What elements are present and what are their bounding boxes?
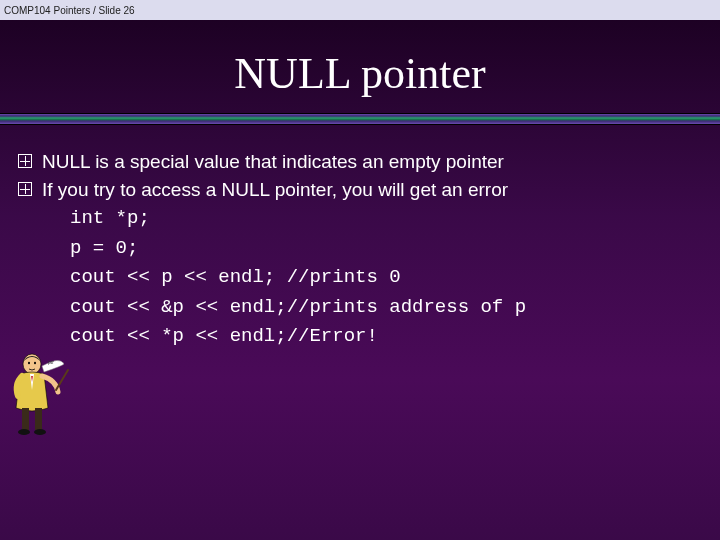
divider-rule bbox=[0, 113, 720, 125]
slide: COMP104 Pointers / Slide 26 NULL pointer… bbox=[0, 0, 720, 540]
bullet-box-icon bbox=[18, 182, 32, 196]
svg-point-2 bbox=[34, 362, 36, 364]
code-line: cout << *p << endl;//Error! bbox=[70, 325, 378, 347]
svg-text:ptr: ptr bbox=[48, 359, 54, 365]
code-block: int *p; p = 0; cout << p << endl; //prin… bbox=[70, 204, 702, 351]
code-line: p = 0; bbox=[70, 237, 138, 259]
svg-point-8 bbox=[34, 429, 46, 435]
title-area: NULL pointer bbox=[0, 20, 720, 113]
code-line: cout << &p << endl;//prints address of p bbox=[70, 296, 526, 318]
header-band: COMP104 Pointers / Slide 26 bbox=[0, 0, 720, 20]
bullet-item: NULL is a special value that indicates a… bbox=[18, 149, 702, 175]
header-text: COMP104 Pointers / Slide 26 bbox=[4, 5, 135, 16]
code-line: cout << p << endl; //prints 0 bbox=[70, 266, 401, 288]
bullet-text: NULL is a special value that indicates a… bbox=[42, 149, 702, 175]
teacher-clipart-icon: ptr bbox=[8, 350, 72, 436]
slide-body: NULL is a special value that indicates a… bbox=[0, 125, 720, 351]
svg-point-7 bbox=[18, 429, 30, 435]
bullet-text: If you try to access a NULL pointer, you… bbox=[42, 177, 702, 203]
svg-rect-5 bbox=[22, 408, 29, 430]
svg-point-1 bbox=[28, 362, 30, 364]
bullet-box-icon bbox=[18, 154, 32, 168]
code-line: int *p; bbox=[70, 207, 150, 229]
svg-rect-6 bbox=[35, 408, 42, 430]
slide-title: NULL pointer bbox=[234, 49, 485, 98]
svg-line-4 bbox=[56, 370, 68, 390]
bullet-item: If you try to access a NULL pointer, you… bbox=[18, 177, 702, 203]
